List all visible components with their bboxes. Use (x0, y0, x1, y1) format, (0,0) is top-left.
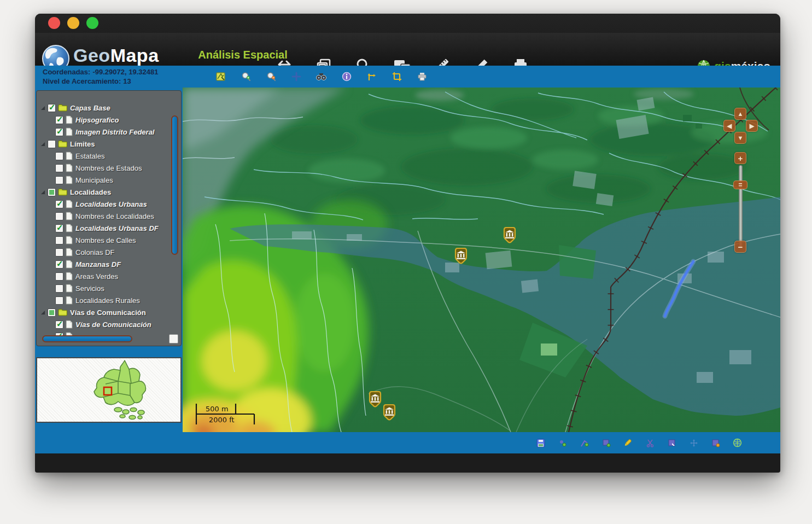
map-canvas[interactable]: ▲ ◀ ▶ ▼ + = − 500 m 2000 ft (183, 88, 780, 432)
layer-tree-row[interactable]: Municipales (37, 174, 168, 186)
draw-polygon-icon[interactable] (601, 438, 611, 447)
marker-pen-icon[interactable] (623, 438, 633, 447)
layer-checkbox[interactable] (55, 212, 63, 220)
layer-label: Nombres de Calles (75, 236, 136, 244)
layer-tree-row[interactable]: ✓Localidades Urbanas (37, 198, 168, 210)
layer-label: Localidades Urbanas (75, 200, 147, 208)
cut-icon[interactable] (645, 438, 655, 447)
layer-checkbox[interactable] (55, 296, 63, 305)
crop-icon[interactable] (392, 72, 402, 82)
file-icon (66, 248, 73, 257)
layer-checkbox[interactable]: ✓ (55, 200, 63, 208)
layer-tree-row[interactable]: Colonias DF (37, 246, 168, 258)
zoom-slider-track[interactable] (739, 165, 743, 248)
zoom-button[interactable] (86, 17, 98, 29)
layer-checkbox[interactable] (55, 272, 63, 281)
layer-tree-row[interactable]: ✓Localidades Urbanas DF (37, 222, 168, 234)
layer-tree: ✓Capas Base✓Hipsografico✓Imagen Distrito… (37, 102, 168, 342)
scale-bar: 500 m 2000 ft (192, 401, 264, 428)
expand-toggle-icon[interactable] (41, 190, 45, 194)
file-icon (66, 260, 73, 269)
layer-tree-row[interactable]: ✓Manzanas DF (37, 258, 168, 270)
layer-label: Municipales (75, 176, 113, 184)
layer-label: Localidades Urbanas DF (75, 224, 159, 232)
poi-marker[interactable] (384, 405, 395, 420)
layer-checkbox[interactable] (48, 188, 56, 196)
layer-label: Nombres de Localidades (75, 212, 154, 220)
pan-cross-icon[interactable] (291, 72, 301, 82)
status-bar: Coordenadas:-99.29072, 19.32481 Nivel de… (35, 66, 780, 88)
layer-checkbox[interactable] (55, 152, 63, 160)
layer-checkbox[interactable] (55, 284, 63, 293)
vertical-scrollbar[interactable] (171, 115, 178, 255)
layer-tree-row[interactable]: Localidades Rurales (37, 294, 168, 306)
layer-tree-row[interactable]: Areas Verdes (37, 270, 168, 282)
layer-checkbox[interactable] (55, 164, 63, 172)
map-toolbar (215, 66, 427, 88)
layer-label: Vías de Comunicación (75, 321, 151, 329)
layer-checkbox[interactable] (48, 140, 56, 148)
pan-left-button[interactable]: ◀ (723, 120, 735, 132)
globe-icon[interactable] (733, 438, 742, 447)
layer-tree-row[interactable]: Localidades (37, 186, 168, 198)
horizontal-scrollbar[interactable] (42, 335, 132, 342)
move-icon[interactable] (689, 438, 698, 447)
binoculars-icon[interactable] (316, 72, 326, 82)
layer-tree-row[interactable]: ✓Hipsografico (37, 114, 168, 126)
draw-line-icon[interactable] (580, 438, 589, 447)
layer-checkbox[interactable]: ✓ (55, 116, 63, 124)
layer-tree-row[interactable]: Servicios (37, 282, 168, 294)
layer-label: Límites (70, 140, 95, 148)
close-button[interactable] (48, 17, 60, 29)
layer-checkbox[interactable]: ✓ (55, 260, 63, 269)
zoom-in-icon[interactable] (241, 72, 251, 82)
zoom-level-readout: Nivel de Acercamiento:13 (43, 77, 158, 86)
layer-checkbox[interactable] (55, 248, 63, 257)
layer-tree-row[interactable]: ✓Capas Base (37, 102, 168, 114)
layer-tree-row[interactable]: Nombres de Calles (37, 234, 168, 246)
layer-tree-row[interactable]: Estatales (37, 150, 168, 162)
file-icon (66, 152, 73, 160)
save-icon[interactable] (536, 438, 545, 447)
draw-point-icon[interactable] (558, 438, 567, 447)
layer-label: Localidades Rurales (75, 296, 140, 305)
layer-checkbox[interactable]: ✓ (48, 104, 56, 112)
layer-tree-row[interactable]: Nombres de Localidades (37, 210, 168, 222)
layer-tree-row[interactable]: ✓Vías de Comunicación (37, 318, 168, 330)
layer-checkbox[interactable]: ✓ (55, 321, 63, 329)
info-icon[interactable] (341, 72, 352, 82)
overview-map[interactable] (36, 357, 182, 423)
layer-checkbox[interactable] (55, 176, 63, 184)
pan-up-button[interactable]: ▲ (734, 108, 746, 120)
zoom-out-icon[interactable] (266, 72, 276, 82)
extent-axis-icon[interactable] (366, 72, 377, 82)
layer-tree-row[interactable]: ✓Imagen Distrito Federal (37, 126, 168, 138)
minimize-button[interactable] (67, 17, 79, 29)
poi-marker[interactable] (455, 248, 466, 263)
expand-toggle-icon[interactable] (41, 142, 45, 146)
poi-marker[interactable] (370, 392, 381, 406)
select-area-icon[interactable] (667, 438, 676, 447)
zoom-in-button[interactable]: + (734, 152, 746, 164)
zoom-out-button[interactable]: − (734, 241, 746, 253)
layer-tree-row[interactable]: Nombres de Estados (37, 162, 168, 174)
buffer-icon[interactable] (711, 438, 720, 447)
folder-icon (58, 140, 67, 148)
print-icon[interactable] (417, 72, 427, 82)
file-icon (66, 224, 73, 232)
expand-toggle-icon[interactable] (41, 311, 45, 315)
layer-tree-row[interactable]: Límites (37, 138, 168, 150)
layer-checkbox[interactable]: ✓ (55, 128, 63, 136)
poi-marker[interactable] (504, 228, 515, 242)
expand-toggle-icon[interactable] (41, 106, 45, 110)
pan-down-button[interactable]: ▼ (734, 132, 746, 144)
layer-checkbox[interactable]: ✓ (55, 224, 63, 232)
coordinates-value: -99.29072, 19.32481 (92, 68, 158, 76)
map-export-icon[interactable] (215, 72, 226, 82)
pan-right-button[interactable]: ▶ (746, 120, 758, 132)
layer-label: Areas Verdes (75, 272, 118, 281)
layer-checkbox[interactable] (55, 236, 63, 244)
zoom-slider-handle[interactable]: = (733, 181, 747, 189)
layer-checkbox[interactable] (48, 308, 56, 317)
layer-tree-row[interactable]: Vías de Comunicación (37, 306, 168, 318)
